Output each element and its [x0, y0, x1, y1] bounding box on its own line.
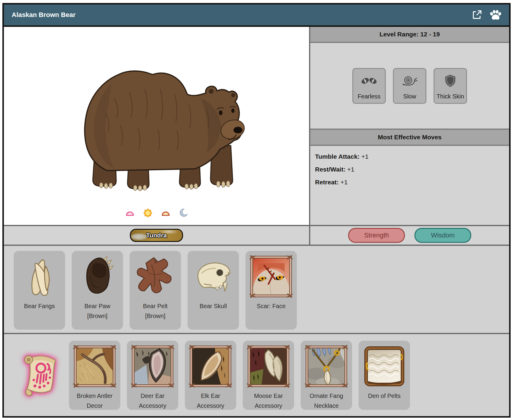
moves-header: Most Effective Moves — [310, 129, 509, 146]
bear-pelt-icon — [133, 254, 178, 299]
item-label: Bear Skull — [199, 301, 227, 311]
trait-thick-skin[interactable]: Thick Skin — [434, 68, 467, 104]
moose-ear-accessory-icon — [246, 344, 291, 389]
trait-label: Slow — [403, 93, 416, 100]
item-label: Elk EarAccessory — [197, 391, 224, 411]
page-title: Alaskan Brown Bear — [12, 11, 76, 19]
moon-icon — [178, 208, 188, 219]
encyclopedia-page: Alaskan Brown Bear — [2, 3, 511, 418]
external-link-icon[interactable] — [471, 10, 482, 20]
main-area: Level Range: 12 - 19 Fearle — [4, 27, 509, 225]
decor-item-broken-antler[interactable]: Broken AntlerDecor — [69, 341, 120, 410]
traits-row: Fearless — [310, 43, 509, 129]
sunrise-icon — [125, 208, 135, 220]
sun-icon — [142, 208, 153, 220]
move-line: Rest/Wait: +1 — [315, 166, 504, 173]
decor-item-deer-ear[interactable]: Deer EarAccessory — [127, 341, 178, 410]
wisdom-button[interactable]: Wisdom — [414, 228, 471, 243]
decor-item-den-of-pelts[interactable]: Den of Pelts — [359, 341, 410, 410]
trait-label: Thick Skin — [437, 93, 464, 100]
creature-panel — [4, 27, 310, 225]
item-label: Broken AntlerDecor — [77, 391, 113, 411]
sunset-icon — [160, 208, 171, 220]
biome-band: Tundra — [4, 226, 310, 245]
drop-item-bear-skull[interactable]: Bear Skull — [188, 251, 239, 330]
drop-item-bear-paw[interactable]: Bear Paw[Brown] — [72, 251, 123, 330]
item-label: Moose EarAccessory — [254, 391, 283, 411]
recipe-scroll-icon — [16, 351, 62, 400]
strength-button[interactable]: Strength — [348, 228, 405, 243]
decor-item-ornate-fang-necklace[interactable]: Ornate FangNecklace — [301, 341, 352, 410]
item-label: Bear Paw[Brown] — [85, 301, 110, 321]
paw-icon[interactable] — [489, 9, 501, 21]
trait-label: Fearless — [358, 93, 381, 100]
bear-skull-icon — [191, 254, 236, 299]
item-label: Bear Pelt[Brown] — [143, 301, 168, 321]
level-range-header: Level Range: 12 - 19 — [310, 27, 509, 43]
drops-section: Bear Fangs — [4, 245, 509, 333]
item-label: Scar: Face — [257, 301, 286, 311]
bear-fangs-icon — [17, 254, 62, 299]
snail-icon — [402, 69, 417, 93]
deer-ear-accessory-icon — [130, 344, 175, 389]
stats-panel: Level Range: 12 - 19 Fearle — [310, 27, 509, 225]
band-row: Tundra Strength Wisdom — [4, 225, 509, 245]
activity-times — [4, 208, 309, 220]
drop-item-bear-pelt[interactable]: Bear Pelt[Brown] — [130, 251, 181, 330]
trait-slow[interactable]: Slow — [393, 68, 426, 104]
item-label: Ornate FangNecklace — [310, 391, 343, 411]
shield-icon — [444, 69, 457, 93]
title-bar-icons — [471, 9, 501, 21]
item-label: Bear Fangs — [24, 301, 55, 311]
item-label: Deer EarAccessory — [139, 391, 166, 411]
drop-item-bear-fangs[interactable]: Bear Fangs — [14, 251, 65, 330]
decor-item-moose-ear[interactable]: Moose EarAccessory — [243, 341, 294, 410]
decor-item-elk-ear[interactable]: Elk EarAccessory — [185, 341, 236, 410]
item-label: Den of Pelts — [368, 391, 401, 401]
elk-ear-accessory-icon — [188, 344, 233, 389]
creature-image-alaskan-brown-bear — [37, 36, 276, 204]
scar-face-icon — [249, 254, 294, 299]
bear-paw-icon — [75, 254, 120, 299]
broken-antler-decor-icon — [72, 344, 117, 389]
move-line: Retreat: +1 — [315, 179, 504, 186]
move-line: Tumble Attack: +1 — [315, 153, 504, 160]
moves-list: Tumble Attack: +1 Rest/Wait: +1 Retreat:… — [310, 146, 509, 225]
drop-item-scar-face[interactable]: Scar: Face — [245, 251, 297, 330]
title-bar: Alaskan Brown Bear — [4, 4, 509, 27]
trait-fearless[interactable]: Fearless — [352, 68, 386, 104]
den-of-pelts-icon — [362, 344, 407, 389]
cat-eyes-icon — [361, 69, 377, 93]
ornate-fang-necklace-icon — [304, 344, 349, 389]
decor-section: Broken AntlerDecor — [4, 333, 509, 416]
biome-badge-tundra[interactable]: Tundra — [130, 229, 183, 242]
stat-band: Strength Wisdom — [310, 226, 509, 245]
